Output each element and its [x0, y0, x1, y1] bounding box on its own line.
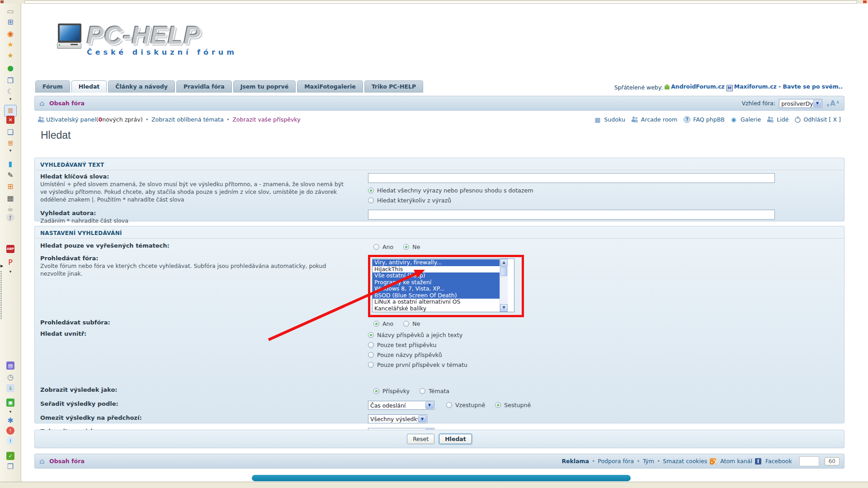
userbar-item-arcade-room[interactable]: Arcade room	[632, 116, 677, 123]
radio-pouze-n-zvy-p-sp-vk[interactable]: Pouze názvy příspěvků	[368, 350, 839, 360]
tab-hledat[interactable]: Hledat	[71, 80, 107, 93]
radio-sestupn[interactable]: Sestupně	[495, 400, 531, 410]
partner-link-androidforum-cz[interactable]: AndroidForum.cz	[671, 83, 725, 90]
radio-pouze-prvn-p-sp-vek-v-t-matu[interactable]: Pouze první příspěvek v tématu	[368, 360, 839, 370]
style-select[interactable]: prosilverDyn	[779, 99, 822, 108]
forum-option-linux-a-ostatn-alternativn-os[interactable]: LiNuX a ostatní alternativní OS	[373, 299, 500, 305]
sidebar-list-active-icon[interactable]: ≣	[4, 105, 17, 117]
forum-option-kancel-sk-bal-ky[interactable]: Kancelářské balíky	[373, 305, 500, 312]
dropdown-caret-icon[interactable]: ▾	[5, 148, 16, 153]
author-input[interactable]	[368, 210, 775, 220]
user-panel-link[interactable]: Uživatelský panel	[46, 116, 96, 123]
java-cup-icon[interactable]: ☕	[5, 204, 16, 214]
window-button-icon[interactable]: ▭	[5, 6, 16, 16]
reset-button[interactable]: Reset	[407, 434, 434, 444]
chevron-down-icon[interactable]	[813, 100, 821, 107]
site-logo[interactable]: PC-HELP České diskuzní fórum	[57, 23, 237, 56]
czech-flag-globe-icon[interactable]: ●	[5, 63, 16, 73]
bookmark-add-icon[interactable]: ★	[5, 51, 16, 61]
counter-input[interactable]	[799, 456, 819, 466]
radio-vzestupn[interactable]: Vzestupně	[446, 400, 485, 410]
partner-link-maxiforum-cz-bavte-se-po-sv-m[interactable]: Maxiforum.cz - Bavte se po svém..	[734, 83, 843, 90]
radio-ne[interactable]: Ne	[403, 242, 420, 252]
image-editor-icon[interactable]: ❏	[5, 127, 16, 137]
screen-capture-icon[interactable]: ▦	[5, 193, 16, 203]
proxy-p-icon[interactable]: P	[5, 258, 16, 267]
radio-ne[interactable]: Ne	[403, 319, 420, 328]
window-frame-icon[interactable]: ❐	[5, 462, 16, 472]
footer-link-reklama[interactable]: Reklama	[561, 458, 589, 465]
forum-option-v-e-ostatn-bezp[interactable]: Vše ostatní (bezp)	[373, 272, 500, 279]
dropdown-caret-icon[interactable]: ▾	[5, 269, 16, 274]
ahs-checker-icon[interactable]: ✓	[6, 452, 14, 460]
tab-triko-pc-help[interactable]: Triko PC-HELP	[364, 80, 423, 93]
forum-option-viry-antiviry-firewally[interactable]: Viry, antiviry, firewally...	[373, 259, 500, 266]
radio-ano[interactable]: Ano	[373, 319, 393, 328]
footer-link-facebook[interactable]: Facebook	[765, 458, 792, 465]
tab-maxifotogalerie[interactable]: MaxiFotogalerie	[297, 80, 363, 93]
close-sidebar-icon[interactable]: ✕	[6, 116, 14, 124]
window-blue-icon[interactable]: ❐	[5, 76, 16, 86]
radio-hledat-v-echny-v-razy-nebo-p-esnou-shodu-s-dotazem[interactable]: Hledat všechny výrazy nebo přesnou shodu…	[368, 186, 839, 195]
bookmarks-book-icon[interactable]: ▤	[6, 361, 14, 370]
footer-home-link[interactable]: Obsah fóra	[49, 458, 85, 465]
tab-f-rum[interactable]: Fórum	[35, 80, 70, 93]
scroll-up-button[interactable]	[500, 259, 508, 267]
gear-icon[interactable]: ✱	[5, 416, 16, 426]
userbar-item-odhl-sit-x[interactable]: Odhlásit [ X ]	[795, 116, 841, 123]
forums-listbox[interactable]: Viry, antiviry, firewally...HiJackThisVš…	[372, 258, 514, 312]
table-grid-icon[interactable]: ⊞	[5, 182, 16, 192]
night-mode-icon[interactable]: ☾	[5, 87, 16, 97]
addons-puzzle-icon[interactable]: ▣	[6, 399, 14, 407]
sort-select[interactable]: Čas odeslání	[368, 401, 434, 410]
scroll-down-button[interactable]	[500, 304, 508, 312]
top-horizontal-scrollbar[interactable]	[24, 0, 857, 4]
font-size-control[interactable]: ∨A∧	[826, 99, 840, 108]
forum-option-hijackthis[interactable]: HiJackThis	[373, 266, 500, 273]
breadcrumb-home-link[interactable]: Obsah fóra	[49, 100, 85, 107]
forum-option-windows-8-7-vista-xp[interactable]: Windows 8, 7, Vista, XP...	[373, 286, 500, 292]
tab-l-nky-a-n-vody[interactable]: Články a návody	[108, 80, 175, 93]
radio-n-zvy-p-sp-vk-a-jejich-texty[interactable]: Názvy příspěvků a jejich texty	[368, 330, 839, 340]
footer-link-podpora-f-ra[interactable]: Podpora fóra	[598, 458, 634, 465]
footer-link-smazat-cookies[interactable]: Smazat cookies	[663, 458, 707, 465]
footer-link-t-m[interactable]: Tým	[643, 458, 654, 465]
scroll-thumb[interactable]	[500, 267, 507, 276]
keywords-input[interactable]	[368, 173, 775, 183]
info-bubble-icon[interactable]: i	[6, 436, 14, 445]
clip-roll-icon[interactable]: ▮	[5, 159, 16, 169]
radio-hledat-kter-koliv-z-v-raz[interactable]: Hledat kterýkoliv z výrazů	[368, 196, 839, 205]
history-clock-icon[interactable]: ◷	[5, 372, 16, 382]
downloads-icon[interactable]: ⇓	[6, 384, 14, 392]
tab-jsem-tu-poprv[interactable]: Jsem tu poprvé	[233, 80, 296, 93]
flash-plugin-icon[interactable]: ƒ	[6, 213, 14, 221]
userbar-item-galerie[interactable]: Galerie	[731, 116, 761, 123]
forum-option-programy-ke-sta-en[interactable]: Programy ke stažení	[373, 279, 500, 286]
chevron-down-icon[interactable]	[418, 415, 426, 422]
userbar-item-lid[interactable]: Lidé	[767, 116, 788, 123]
bookmark-star-icon[interactable]: ★	[5, 40, 16, 50]
userbar-item-sudoku[interactable]: Sudoku	[594, 116, 625, 123]
adblock-plus-icon[interactable]: ABP	[6, 245, 14, 253]
listbox-scrollbar[interactable]	[500, 259, 508, 312]
limit-select[interactable]: Všechny výsledky	[368, 414, 427, 423]
radio-ano[interactable]: Ano	[373, 242, 393, 252]
radio-p-sp-vky[interactable]: Příspěvky	[373, 386, 410, 396]
forum-option-bsod-blue-screen-of-death[interactable]: BSOD (Blue Screen Of Death)	[373, 292, 500, 299]
firefox-icon[interactable]: ◉	[5, 29, 16, 39]
footer-link-atom-kan-l[interactable]: Atom kanál	[720, 458, 752, 465]
list-window-icon[interactable]: ≣	[5, 138, 16, 148]
radio-t-mata[interactable]: Témata	[420, 386, 449, 396]
sidebar-panels-icon[interactable]: ⊞	[5, 17, 16, 27]
search-submit-button[interactable]: Hledat	[439, 434, 472, 444]
dropdown-caret-icon[interactable]: ▾	[5, 97, 16, 101]
sidebar-drag-handle[interactable]	[0, 271, 2, 320]
radio-pouze-text-p-sp-vku[interactable]: Pouze text příspěvku	[368, 340, 839, 350]
tab-pravidla-f-ra[interactable]: Pravidla fóra	[176, 80, 232, 93]
chevron-down-icon[interactable]	[425, 402, 434, 409]
error-console-icon[interactable]: !	[6, 427, 14, 435]
favorites-link[interactable]: Zobrazit oblíbená témata	[151, 116, 224, 123]
pen-icon[interactable]: ✎	[5, 170, 16, 180]
dropdown-caret-icon[interactable]: ▾	[5, 409, 16, 414]
own-posts-link[interactable]: Zobrazit vaše příspěvky	[232, 116, 300, 123]
